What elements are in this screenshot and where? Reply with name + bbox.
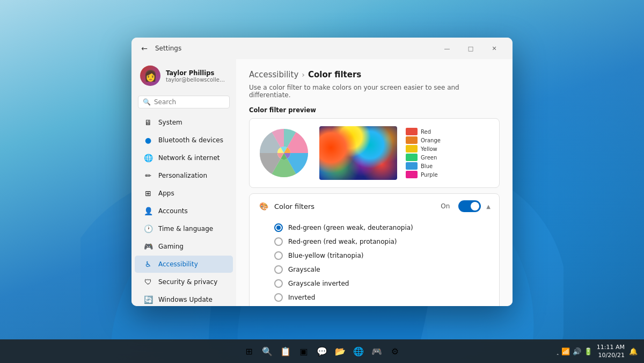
date-display: 10/20/21 [597, 351, 625, 359]
search-input[interactable] [154, 98, 235, 106]
apps-icon: ⊞ [143, 188, 153, 198]
search-taskbar-button[interactable]: 🔍 [260, 344, 275, 359]
color-filter-icon: 🎨 [258, 201, 269, 212]
radio-option-protanopia[interactable]: Red-green (red weak, protanopia) [274, 235, 491, 249]
color-wheel-chart [257, 126, 311, 180]
widgets-button[interactable]: ▣ [296, 344, 311, 359]
system-tray: ‸ 📶 🔊 🔋 [557, 347, 592, 355]
explorer-button[interactable]: 📂 [333, 344, 348, 359]
swatch-green [406, 154, 418, 161]
nav-item-update[interactable]: 🔄 Windows Update [135, 291, 233, 306]
nav-label-time: Time & language [158, 225, 213, 233]
clock[interactable]: 11:11 AM 10/20/21 [597, 343, 625, 360]
edge-button[interactable]: 🌐 [351, 344, 366, 359]
radio-option-inverted[interactable]: Inverted [274, 291, 491, 304]
time-icon: 🕐 [143, 224, 153, 234]
page-description: Use a color filter to make colors on you… [249, 84, 500, 99]
breadcrumb: Accessibility › Color filters [249, 70, 500, 79]
network-icon: 🌐 [143, 153, 153, 163]
main-panel: Accessibility › Color filters Use a colo… [236, 59, 513, 306]
minimize-button[interactable]: — [435, 40, 459, 56]
nav-item-personalization[interactable]: ✏ Personalization [135, 167, 233, 184]
nav-item-apps[interactable]: ⊞ Apps [135, 185, 233, 202]
preview-section-label: Color filter preview [249, 106, 500, 114]
expand-chevron: ▲ [486, 204, 491, 209]
nav-label-personalization: Personalization [158, 172, 207, 179]
color-filters-header[interactable]: 🎨 Color filters On ▲ [250, 194, 499, 219]
taskbar-center: ⊞ 🔍 📋 ▣ 💬 📂 🌐 🎮 ⚙ [241, 344, 402, 359]
system-icon: 🖥 [143, 118, 153, 127]
radio-tritanopia [274, 251, 283, 260]
notification-icon[interactable]: 🔔 [629, 347, 638, 355]
time-display: 11:11 AM [597, 343, 625, 351]
radio-option-grayscale[interactable]: Grayscale [274, 263, 491, 277]
breadcrumb-parent[interactable]: Accessibility [249, 70, 298, 79]
toggle-thumb [471, 202, 479, 210]
accounts-icon: 👤 [143, 206, 153, 216]
personalization-icon: ✏ [143, 171, 153, 180]
color-filter-preview: Red Orange Yellow Green [249, 118, 500, 188]
nav-label-security: Security & privacy [158, 278, 217, 286]
task-view-button[interactable]: 📋 [278, 344, 293, 359]
nav-item-accessibility[interactable]: ♿ Accessibility [135, 256, 233, 273]
chevron-icon[interactable]: ‸ [557, 349, 558, 354]
maximize-button[interactable]: □ [459, 40, 482, 56]
swatch-orange [406, 136, 418, 144]
gaming-icon: 🎮 [143, 242, 153, 251]
nav-item-gaming[interactable]: 🎮 Gaming [135, 238, 233, 255]
color-filters-status: On [441, 202, 450, 210]
radio-option-tritanopia[interactable]: Blue-yellow (tritanopia) [274, 249, 491, 263]
nav-label-accessibility: Accessibility [158, 260, 198, 268]
radio-label-grayscale-inverted: Grayscale inverted [288, 280, 349, 287]
radio-label-tritanopia: Blue-yellow (tritanopia) [288, 252, 363, 259]
color-filters-toggle[interactable] [458, 200, 481, 212]
settings-window: ← Settings — □ ✕ 👩 Taylor Phillips taylo… [131, 38, 513, 306]
avatar: 👩 [140, 66, 160, 86]
nav-item-system[interactable]: 🖥 System [135, 114, 233, 131]
nav-label-update: Windows Update [158, 296, 213, 303]
nav-item-bluetooth[interactable]: ● Bluetooth & devices [135, 132, 233, 149]
bluetooth-icon: ● [143, 135, 153, 145]
nav-item-network[interactable]: 🌐 Network & internet [135, 149, 233, 166]
nav-item-accounts[interactable]: 👤 Accounts [135, 202, 233, 220]
radio-options-container: Red-green (green weak, deuteranopia) Red… [250, 219, 499, 306]
radio-option-grayscale-inverted[interactable]: Grayscale inverted [274, 277, 491, 291]
titlebar: ← Settings — □ ✕ [131, 38, 513, 59]
user-info: Taylor Phillips taylor@bellowscollege.co… [166, 69, 228, 83]
nav-label-accounts: Accounts [158, 207, 188, 215]
color-swatches: Red Orange Yellow Green [406, 128, 441, 178]
nav-item-time[interactable]: 🕐 Time & language [135, 220, 233, 237]
radio-grayscale [274, 265, 283, 274]
wifi-icon[interactable]: 📶 [561, 347, 570, 355]
battery-icon[interactable]: 🔋 [584, 347, 592, 355]
color-filters-title: Color filters [274, 202, 435, 210]
taskbar: ⊞ 🔍 📋 ▣ 💬 📂 🌐 🎮 ⚙ ‸ 📶 🔊 🔋 11:11 AM 10/20… [0, 339, 644, 363]
search-box[interactable]: 🔍 [138, 96, 230, 108]
search-icon: 🔍 [143, 98, 151, 106]
radio-inverted [274, 293, 283, 302]
radio-grayscale-inverted [274, 279, 283, 288]
swatch-blue [406, 162, 418, 170]
swatch-label-orange: Orange [421, 137, 441, 143]
window-title: Settings [155, 45, 431, 52]
volume-icon[interactable]: 🔊 [573, 347, 581, 355]
chat-button[interactable]: 💬 [314, 344, 330, 359]
taskbar-right: ‸ 📶 🔊 🔋 11:11 AM 10/20/21 🔔 [557, 343, 638, 360]
user-profile[interactable]: 👩 Taylor Phillips taylor@bellowscollege.… [131, 59, 236, 92]
radio-protanopia [274, 237, 283, 246]
radio-deuteranopia [274, 223, 283, 232]
settings-taskbar-button[interactable]: ⚙ [387, 344, 402, 359]
breadcrumb-current: Color filters [308, 70, 361, 79]
gaming-taskbar-button[interactable]: 🎮 [369, 344, 384, 359]
radio-label-inverted: Inverted [288, 294, 315, 301]
swatch-purple [406, 171, 418, 178]
start-button[interactable]: ⊞ [241, 344, 257, 359]
swatch-label-purple: Purple [421, 172, 438, 178]
color-filters-card: 🎨 Color filters On ▲ Red-green (green we… [249, 193, 500, 306]
nav-item-security[interactable]: 🛡 Security & privacy [135, 273, 233, 291]
back-button[interactable]: ← [138, 42, 151, 55]
radio-option-deuteranopia[interactable]: Red-green (green weak, deuteranopia) [274, 221, 491, 235]
close-button[interactable]: ✕ [482, 40, 506, 56]
update-icon: 🔄 [143, 295, 153, 304]
radio-label-deuteranopia: Red-green (green weak, deuteranopia) [288, 224, 413, 231]
